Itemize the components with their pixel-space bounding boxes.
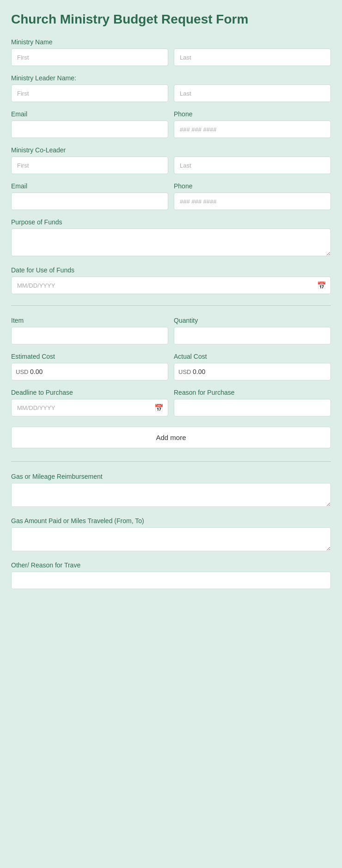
- quantity-input[interactable]: [174, 327, 331, 344]
- deadline-reason-row: Deadline to Purchase 📅 Reason for Purcha…: [11, 389, 331, 416]
- ministry-name-label: Ministry Name: [11, 38, 331, 46]
- estimated-cost-col: Estimated Cost USD: [11, 353, 168, 380]
- date-use-wrapper: 📅: [11, 277, 331, 294]
- date-use-group: Date for Use of Funds 📅: [11, 266, 331, 294]
- gas-amount-label: Gas Amount Paid or Miles Traveled (From,…: [11, 517, 331, 524]
- deadline-col: Deadline to Purchase 📅: [11, 389, 168, 416]
- ministry-name-last-col: [174, 48, 331, 66]
- ministry-leader-first-col: [11, 84, 168, 102]
- actual-cost-col: Actual Cost USD: [174, 353, 331, 380]
- co-leader-first-input[interactable]: [11, 157, 168, 174]
- co-leader-phone-input[interactable]: [174, 193, 331, 210]
- co-leader-last-col: [174, 157, 331, 174]
- co-leader-last-input[interactable]: [174, 157, 331, 174]
- ministry-name-first-input[interactable]: [11, 48, 168, 66]
- purpose-textarea[interactable]: [11, 229, 331, 256]
- co-leader-email-input[interactable]: [11, 193, 168, 210]
- ministry-leader-last-input[interactable]: [174, 84, 331, 102]
- co-leader-email-col: Email: [11, 182, 168, 210]
- divider-2: [11, 461, 331, 462]
- add-more-button[interactable]: Add more: [11, 427, 331, 448]
- co-leader-contact-row: Email Phone: [11, 182, 331, 210]
- estimated-cost-input[interactable]: [11, 363, 168, 380]
- co-leader-phone-col: Phone: [174, 182, 331, 210]
- co-leader-phone-label: Phone: [174, 182, 331, 190]
- item-input[interactable]: [11, 327, 168, 344]
- co-leader-email-label: Email: [11, 182, 168, 190]
- other-reason-label: Other/ Reason for Trave: [11, 561, 331, 569]
- ministry-leader-label: Ministry Leader Name:: [11, 74, 331, 82]
- quantity-label: Quantity: [174, 317, 331, 324]
- gas-amount-textarea[interactable]: [11, 527, 331, 551]
- other-reason-input[interactable]: [11, 572, 331, 589]
- ministry-leader-last-col: [174, 84, 331, 102]
- gas-group: Gas or Mileage Reimbursement: [11, 473, 331, 509]
- estimated-cost-wrapper: USD: [11, 363, 168, 380]
- actual-cost-input[interactable]: [174, 363, 331, 380]
- date-use-label: Date for Use of Funds: [11, 266, 331, 274]
- deadline-wrapper: 📅: [11, 399, 168, 416]
- ministry-name-first-col: [11, 48, 168, 66]
- leader-phone-input[interactable]: [174, 121, 331, 138]
- leader-email-col: Email: [11, 110, 168, 138]
- ministry-name-last-input[interactable]: [174, 48, 331, 66]
- cost-row: Estimated Cost USD Actual Cost USD: [11, 353, 331, 380]
- ministry-leader-group: Ministry Leader Name:: [11, 74, 331, 102]
- leader-email-label: Email: [11, 110, 168, 118]
- gas-textarea[interactable]: [11, 483, 331, 507]
- quantity-col: Quantity: [174, 317, 331, 344]
- leader-phone-label: Phone: [174, 110, 331, 118]
- co-leader-label: Ministry Co-Leader: [11, 146, 331, 154]
- purpose-label: Purpose of Funds: [11, 218, 331, 226]
- reason-purchase-input[interactable]: [174, 399, 331, 416]
- actual-cost-wrapper: USD: [174, 363, 331, 380]
- ministry-leader-row: [11, 84, 331, 102]
- co-leader-first-col: [11, 157, 168, 174]
- gas-label: Gas or Mileage Reimbursement: [11, 473, 331, 480]
- item-col: Item: [11, 317, 168, 344]
- divider-1: [11, 305, 331, 306]
- co-leader-group: Ministry Co-Leader: [11, 146, 331, 174]
- deadline-input[interactable]: [11, 399, 168, 416]
- leader-email-input[interactable]: [11, 121, 168, 138]
- page-title: Church Ministry Budget Request Form: [11, 11, 331, 27]
- co-leader-row: [11, 157, 331, 174]
- date-use-input[interactable]: [11, 277, 331, 294]
- reason-col: Reason for Purchase: [174, 389, 331, 416]
- ministry-name-row: [11, 48, 331, 66]
- deadline-label: Deadline to Purchase: [11, 389, 168, 396]
- item-quantity-row: Item Quantity: [11, 317, 331, 344]
- actual-cost-label: Actual Cost: [174, 353, 331, 360]
- purpose-group: Purpose of Funds: [11, 218, 331, 258]
- other-reason-group: Other/ Reason for Trave: [11, 561, 331, 589]
- leader-phone-col: Phone: [174, 110, 331, 138]
- reason-purchase-label: Reason for Purchase: [174, 389, 331, 396]
- leader-contact-row: Email Phone: [11, 110, 331, 138]
- estimated-cost-label: Estimated Cost: [11, 353, 168, 360]
- ministry-name-group: Ministry Name: [11, 38, 331, 66]
- gas-amount-group: Gas Amount Paid or Miles Traveled (From,…: [11, 517, 331, 553]
- item-label: Item: [11, 317, 168, 324]
- ministry-leader-first-input[interactable]: [11, 84, 168, 102]
